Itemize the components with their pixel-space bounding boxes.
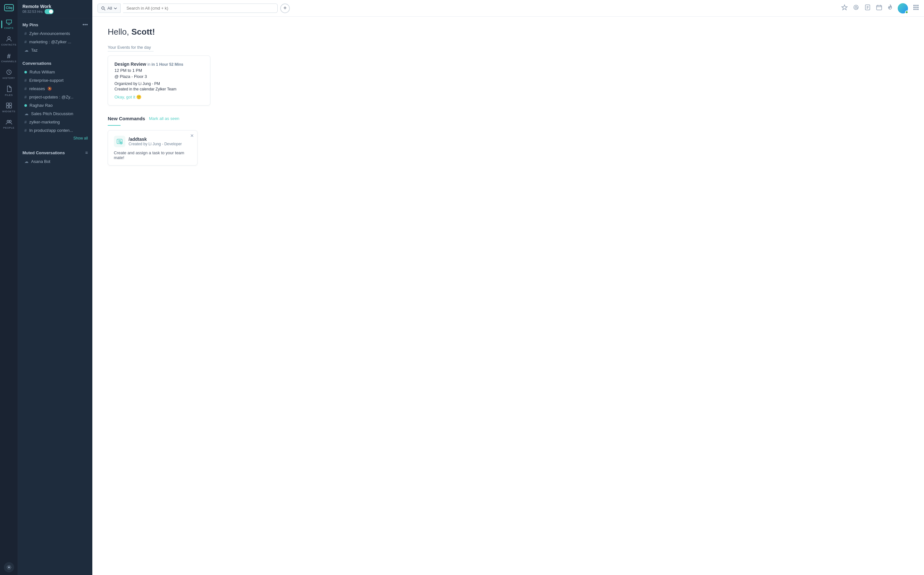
apps-grid-icon[interactable] [913, 5, 919, 12]
contacts-book-icon[interactable] [864, 4, 871, 12]
flame-icon[interactable] [888, 4, 892, 12]
svg-rect-19 [913, 7, 915, 8]
muted-bell-icon: 🔕 [48, 87, 52, 91]
my-pins-list: # Zyler-Announcements # marketing : @Zyl… [18, 29, 92, 54]
nav-item-channels[interactable]: # CHANNELS [1, 50, 17, 65]
event-card: Design Review in in 1 Hour 52 Mins 12 PM… [108, 56, 210, 105]
conv-item-label: Sales Pitch Discussion [31, 111, 73, 116]
conv-item-project-updates[interactable]: # project-updates : @Zy... [20, 93, 90, 101]
star-icon[interactable] [841, 4, 848, 12]
muted-item-label: Asana Bot [31, 159, 50, 164]
bot-cloud-icon: ☁ [24, 111, 29, 116]
command-name: /addtask [128, 137, 182, 142]
nav-item-history[interactable]: HISTORY [1, 67, 17, 82]
command-description: Create and assign a task to your team ma… [114, 150, 192, 160]
content-area: Hello, Scott! Your Events for the day De… [92, 17, 924, 575]
pin-item-marketing[interactable]: # marketing : @Zylker ... [20, 38, 90, 46]
widgets-icon [6, 103, 12, 110]
conv-item-zylker-marketing[interactable]: # zylker-marketing [20, 118, 90, 126]
muted-list: ☁ Asana Bot [18, 157, 92, 165]
new-commands-title: New Commands [108, 116, 145, 121]
nav-item-people[interactable]: PEOPLE [1, 117, 17, 132]
show-all-button[interactable]: Show all [18, 135, 92, 143]
command-close-button[interactable]: ✕ [190, 133, 194, 138]
bot-cloud-icon: ☁ [24, 159, 29, 164]
svg-rect-4 [6, 103, 9, 105]
workspace-time: 08:32:53 Hrs [22, 9, 54, 14]
avatar-online-indicator [905, 11, 908, 14]
greeting-text: Hello, Scott! [108, 27, 909, 37]
topbar-actions [841, 3, 919, 13]
main-content: All + [92, 0, 924, 575]
svg-point-9 [9, 120, 11, 122]
workspace-name: Remote Work [22, 4, 54, 9]
search-input-wrap [123, 3, 277, 13]
nav-label-contacts: CONTACTS [1, 43, 16, 46]
my-pins-header: My Pins ••• [18, 18, 92, 29]
conv-item-releases[interactable]: # releases 🔕 [20, 85, 90, 93]
app-logo[interactable]: Cliq [2, 3, 16, 14]
nav-label-people: PEOPLE [3, 126, 14, 129]
my-pins-more-button[interactable]: ••• [82, 22, 88, 27]
files-icon [6, 86, 11, 93]
conversations-header: Conversations [18, 57, 92, 68]
svg-point-8 [7, 120, 9, 122]
event-time-range: 12 PM to 1 PM [114, 68, 204, 73]
nav-label-history: HISTORY [3, 77, 15, 79]
conv-item-label: Enterprise-support [29, 78, 63, 83]
at-mention-icon[interactable] [853, 4, 859, 12]
online-status-dot [24, 71, 27, 73]
user-avatar[interactable] [898, 3, 908, 13]
new-item-button[interactable]: + [280, 3, 290, 13]
svg-rect-18 [917, 5, 919, 6]
conversations-title: Conversations [22, 61, 51, 66]
mark-all-seen-button[interactable]: Mark all as seen [149, 116, 179, 121]
nav-label-channels: CHANNELS [1, 60, 17, 63]
sidebar: Remote Work 08:32:53 Hrs My Pins ••• # Z… [18, 0, 92, 575]
event-title: Design Review in in 1 Hour 52 Mins [114, 62, 204, 67]
theme-toggle-button[interactable] [4, 562, 14, 572]
events-section: Your Events for the day Design Review in… [108, 44, 909, 105]
pin-item-zyler-announcements[interactable]: # Zyler-Announcements [20, 30, 90, 38]
conv-item-enterprise-support[interactable]: # Enterprise-support [20, 76, 90, 84]
channel-hash-icon: # [24, 128, 27, 133]
workspace-toggle[interactable] [44, 9, 54, 14]
conv-item-label: Rufus William [30, 70, 55, 75]
svg-point-2 [8, 37, 10, 39]
pin-item-taz[interactable]: ☁ Taz [20, 46, 90, 54]
muted-header: Muted Conversations ≡ [18, 147, 92, 157]
svg-rect-15 [876, 5, 882, 10]
svg-rect-5 [9, 103, 11, 105]
pin-item-label: marketing : @Zylker ... [29, 40, 71, 44]
chevron-down-icon [114, 7, 117, 9]
conv-item-in-product[interactable]: # In product/app conten... [20, 126, 90, 134]
muted-item-asana-bot[interactable]: ☁ Asana Bot [20, 157, 90, 165]
channel-hash-icon: # [24, 86, 27, 91]
commands-underline [108, 125, 120, 126]
nav-item-files[interactable]: FILES [1, 83, 17, 99]
channels-icon: # [7, 53, 11, 59]
channel-hash-icon: # [24, 40, 27, 44]
bot-cloud-icon: ☁ [24, 48, 29, 52]
my-pins-title: My Pins [22, 22, 38, 27]
nav-item-contacts[interactable]: CONTACTS [1, 33, 17, 49]
search-icon [101, 6, 106, 11]
command-creator: Created by Li Jung - Developer [128, 142, 182, 146]
okay-got-it-button[interactable]: Okay, got it 🙂 [114, 95, 204, 99]
conv-item-label: Raghav Rao [30, 103, 52, 108]
search-input[interactable] [123, 4, 277, 13]
nav-item-chats[interactable]: CHATS [1, 17, 17, 32]
svg-rect-17 [915, 5, 917, 6]
conv-item-raghav[interactable]: Raghav Rao [20, 101, 90, 110]
commands-section: New Commands Mark all as seen ✕ /addtask… [108, 116, 909, 165]
pin-item-label: Zyler-Announcements [29, 31, 70, 36]
conv-item-sales-pitch[interactable]: ☁ Sales Pitch Discussion [20, 110, 90, 118]
chats-icon [6, 19, 12, 26]
nav-label-chats: CHATS [4, 27, 13, 30]
search-scope-selector[interactable]: All [97, 3, 120, 13]
topbar: All + [92, 0, 924, 17]
calendar-icon[interactable] [876, 4, 882, 12]
conv-item-rufus[interactable]: Rufus William [20, 68, 90, 76]
muted-filter-icon[interactable]: ≡ [85, 150, 88, 155]
nav-item-widgets[interactable]: WIDGETS [1, 100, 17, 116]
